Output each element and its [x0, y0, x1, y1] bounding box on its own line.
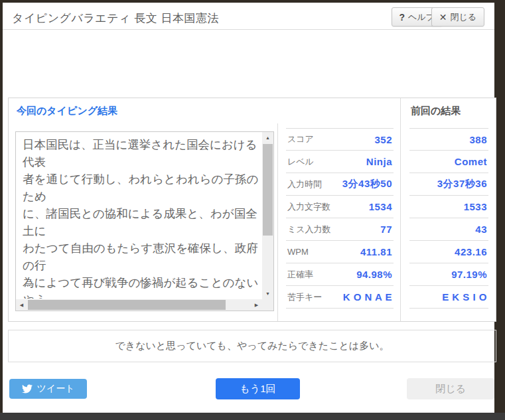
previous-column-divider — [400, 98, 401, 321]
stat-row-level: レベル Ninja — [286, 151, 394, 173]
stat-value: 411.81 — [360, 246, 392, 257]
scroll-down-icon[interactable]: ▼ — [262, 288, 273, 299]
stat-row-chars: 入力文字数 1534 — [286, 196, 394, 218]
stat-value: 352 — [374, 134, 392, 145]
window-close-button[interactable]: ✕ 閉じる — [431, 7, 484, 27]
stat-row-weak-keys: 苦手キー K O N A E — [286, 286, 394, 309]
typing-text: 日本国民は、正当に選挙された国会における代表 者を通じて行動し、われらとわれらの… — [23, 136, 260, 299]
scroll-up-icon[interactable]: ▲ — [262, 132, 273, 143]
dialog-close-label: 閉じる — [435, 383, 466, 395]
stat-row-accuracy: 正確率 94.98% — [286, 263, 394, 286]
stat-label: スコア — [287, 133, 314, 145]
scroll-left-icon[interactable]: ◀ — [16, 299, 27, 311]
stat-value: 388 — [469, 134, 487, 145]
stat-value: 1533 — [464, 201, 487, 212]
stat-value: 77 — [380, 224, 392, 235]
prev-stat-row-score: 388 — [409, 128, 488, 151]
stat-row-misses: ミス入力数 77 — [286, 218, 394, 241]
tweet-button-label: ツイート — [37, 383, 75, 395]
background-bottom-bar — [0, 413, 505, 420]
scroll-right-icon[interactable]: ▶ — [251, 299, 262, 311]
stat-label: 入力文字数 — [287, 201, 330, 213]
prev-stat-row-time: 3分37秒36 — [409, 173, 488, 196]
header-divider — [3, 29, 494, 30]
dialog-close-button[interactable]: 閉じる — [407, 378, 494, 399]
results-panel: 今回のタイピング結果 前回の結果 日本国民は、正当に選挙された国会における代表 … — [8, 98, 496, 322]
retry-button[interactable]: もう1回 — [216, 378, 300, 399]
typing-textarea[interactable]: 日本国民は、正当に選挙された国会における代表 者を通じて行動し、われらとわれらの… — [15, 131, 274, 311]
stat-row-wpm: WPM 411.81 — [286, 241, 394, 263]
column-divider — [277, 123, 278, 321]
prev-stat-row-level: Comet — [409, 151, 488, 173]
previous-stats-table: 388 Comet 3分37秒36 1533 43 423.16 — [409, 128, 488, 309]
stat-label: レベル — [287, 156, 314, 168]
motivation-message: できないと思っていても、やってみたらできたことは多い。 — [115, 340, 389, 352]
prev-stat-row-wpm: 423.16 — [409, 241, 488, 263]
stat-row-score: スコア 352 — [286, 128, 394, 151]
stat-value: 3分37秒36 — [437, 178, 487, 190]
result-dialog: タイピングバラエティ 長文 日本国憲法 ? ヘルプ ✕ 閉じる 今回のタイピング… — [3, 3, 494, 413]
stat-value: 1534 — [369, 201, 392, 212]
stat-label: 苦手キー — [287, 291, 322, 303]
stat-label: 正確率 — [287, 269, 313, 281]
previous-results-title: 前回の結果 — [411, 105, 461, 117]
stat-label: 入力時間 — [287, 178, 322, 190]
current-results-title: 今回のタイピング結果 — [17, 105, 117, 117]
stat-value: 97.19% — [451, 269, 487, 280]
stat-value: 94.98% — [356, 269, 392, 280]
current-stats-table: スコア 352 レベル Ninja 入力時間 3分43秒50 入力文字数 153… — [286, 128, 394, 309]
stat-label: ミス入力数 — [287, 224, 331, 236]
prev-stat-row-chars: 1533 — [409, 196, 488, 218]
window-title: タイピングバラエティ 長文 日本国憲法 — [12, 11, 219, 26]
stat-row-time: 入力時間 3分43秒50 — [286, 173, 394, 196]
prev-stat-row-misses: 43 — [409, 218, 488, 241]
prev-stat-row-weak-keys: E K S I O — [409, 286, 488, 309]
help-icon: ? — [399, 12, 405, 23]
stat-value: E K S I O — [442, 291, 487, 303]
scrollbar-corner — [262, 299, 273, 311]
stat-value: 43 — [475, 224, 487, 235]
horizontal-scrollbar-thumb[interactable] — [28, 300, 226, 310]
twitter-icon — [22, 384, 33, 394]
stat-label: WPM — [287, 247, 309, 257]
stat-value: 423.16 — [455, 246, 487, 257]
prev-stat-row-accuracy: 97.19% — [409, 263, 488, 286]
vertical-scrollbar[interactable]: ▲ ▼ — [262, 132, 273, 299]
app-screen: タイピングバラエティ 長文 日本国憲法 ? ヘルプ ✕ 閉じる 今回のタイピング… — [0, 0, 505, 420]
stat-value: K O N A E — [343, 291, 392, 303]
tweet-button[interactable]: ツイート — [9, 379, 87, 399]
stat-value: Comet — [455, 156, 487, 167]
message-box: できないと思っていても、やってみたらできたことは多い。 — [8, 330, 496, 362]
retry-button-label: もう1回 — [240, 383, 275, 395]
horizontal-scrollbar[interactable]: ◀ ▶ — [16, 299, 262, 311]
stat-value: Ninja — [366, 156, 392, 167]
vertical-scrollbar-thumb[interactable] — [263, 144, 273, 236]
close-icon: ✕ — [439, 12, 447, 23]
window-close-label: 閉じる — [450, 11, 476, 23]
stat-value: 3分43秒50 — [342, 178, 392, 190]
